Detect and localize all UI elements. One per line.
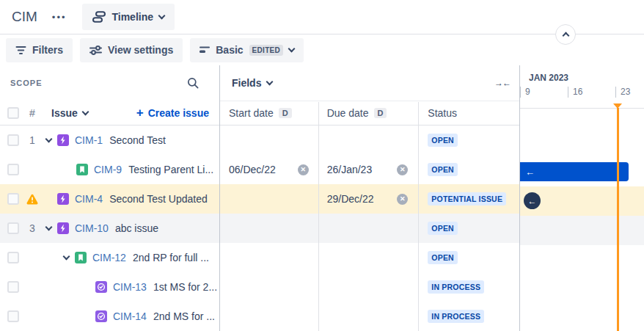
number-column-header: # xyxy=(26,107,38,119)
issue-summary[interactable]: Second Test Updated xyxy=(109,193,208,205)
date-format-badge: D xyxy=(279,108,292,118)
epic-icon xyxy=(57,222,69,234)
start-date-cell[interactable] xyxy=(220,184,318,214)
clear-date-icon[interactable] xyxy=(397,194,408,205)
collapse-fields-icon[interactable]: →← xyxy=(494,78,511,88)
warning-icon xyxy=(26,194,38,205)
start-date-cell[interactable] xyxy=(220,243,318,272)
sliders-icon xyxy=(89,46,102,55)
fields-row: IN PROCESS xyxy=(220,272,519,302)
status-badge[interactable]: OPEN xyxy=(428,134,458,147)
row-checkbox[interactable] xyxy=(7,222,19,234)
issue-key-link[interactable]: CIM-9 xyxy=(94,164,122,175)
start-date-cell[interactable] xyxy=(220,272,318,302)
timeline-view-dropdown[interactable]: Timeline xyxy=(82,4,175,30)
issue-row[interactable]: CIM-14 2nd MS for ... xyxy=(0,302,219,331)
expander-chevron-icon[interactable] xyxy=(43,222,54,234)
row-checkbox[interactable] xyxy=(7,134,19,146)
issue-column-header[interactable]: Issue xyxy=(51,107,88,119)
status-cell: OPEN xyxy=(417,243,519,272)
timeline-row xyxy=(520,216,644,245)
issue-row[interactable]: CIM-9 Testing Parent Li... xyxy=(0,155,219,184)
status-badge[interactable]: OPEN xyxy=(428,251,458,264)
scope-column-headers: # Issue + Create issue xyxy=(0,101,219,126)
issue-key-link[interactable]: CIM-1 xyxy=(75,134,103,146)
start-date-cell[interactable] xyxy=(220,126,318,155)
view-settings-button[interactable]: View settings xyxy=(80,38,183,62)
issue-row[interactable]: CIM-12 2nd RP for full ... xyxy=(0,243,219,272)
issue-summary[interactable]: 1st MS for 2... xyxy=(153,281,217,293)
filters-button[interactable]: Filters xyxy=(6,38,73,62)
start-date-cell[interactable] xyxy=(220,214,318,243)
issue-row[interactable]: CIM-4 Second Test Updated xyxy=(0,184,219,214)
issue-key-link[interactable]: CIM-13 xyxy=(113,281,147,293)
status-badge[interactable]: POTENTIAL ISSUE xyxy=(428,192,506,205)
row-checkbox[interactable] xyxy=(7,281,19,293)
issue-key-link[interactable]: CIM-10 xyxy=(75,222,109,234)
issue-summary[interactable]: Second Test xyxy=(109,134,166,146)
view-settings-label: View settings xyxy=(108,44,173,56)
due-date-cell[interactable] xyxy=(318,214,418,243)
offscreen-left-marker[interactable] xyxy=(524,192,541,209)
status-badge[interactable]: OPEN xyxy=(428,163,458,176)
start-date-value[interactable]: 06/Dec/22 xyxy=(229,164,276,175)
due-date-cell[interactable] xyxy=(318,243,418,272)
due-date-cell[interactable] xyxy=(318,272,418,302)
due-date-value[interactable]: 26/Jan/23 xyxy=(327,164,373,175)
plus-icon: + xyxy=(136,106,144,120)
clear-date-icon[interactable] xyxy=(397,164,408,175)
issue-row[interactable]: 1 CIM-1 Second Test xyxy=(0,126,219,155)
status-badge[interactable]: IN PROCESS xyxy=(428,280,484,294)
status-badge[interactable]: OPEN xyxy=(428,222,458,235)
more-menu-button[interactable]: ••• xyxy=(48,7,71,27)
issue-summary[interactable]: Testing Parent Li... xyxy=(128,164,213,175)
timeline-view-label: Timeline xyxy=(111,11,153,23)
due-date-cell[interactable]: 26/Jan/23 xyxy=(318,155,418,184)
timeline-row xyxy=(520,274,644,304)
scope-header: SCOPE xyxy=(0,65,219,101)
fields-row: OPEN xyxy=(220,243,519,272)
issue-summary[interactable]: 2nd RP for full ... xyxy=(133,252,209,263)
timeline-row xyxy=(520,186,644,216)
due-date-value[interactable]: 29/Dec/22 xyxy=(327,193,374,205)
issue-row[interactable]: 3 CIM-10 abc issue xyxy=(0,214,219,243)
issue-summary[interactable]: abc issue xyxy=(115,222,158,234)
chevron-down-icon xyxy=(158,12,166,20)
fields-dropdown[interactable]: Fields xyxy=(232,77,272,89)
issue-row[interactable]: CIM-13 1st MS for 2... xyxy=(0,272,219,302)
due-date-cell[interactable]: 29/Dec/22 xyxy=(318,184,418,214)
issue-key-link[interactable]: CIM-14 xyxy=(113,310,147,322)
start-date-cell[interactable]: 06/Dec/22 xyxy=(220,155,318,184)
issue-key-link[interactable]: CIM-4 xyxy=(75,193,103,205)
status-badge[interactable]: IN PROCESS xyxy=(428,310,484,323)
issue-key-link[interactable]: CIM-12 xyxy=(92,252,126,263)
scope-panel: SCOPE # Issue + Create issue xyxy=(0,65,220,331)
start-date-label: Start date xyxy=(229,107,274,119)
create-issue-button[interactable]: + Create issue xyxy=(136,106,209,120)
status-column-header: Status xyxy=(417,107,519,119)
plan-view-label: Basic xyxy=(216,44,243,56)
chevron-up-icon xyxy=(562,32,569,40)
row-checkbox[interactable] xyxy=(7,164,19,175)
start-date-cell[interactable] xyxy=(220,302,318,331)
expander-chevron-icon[interactable] xyxy=(43,134,54,146)
schedule-bar[interactable] xyxy=(520,162,629,181)
milestone-icon xyxy=(95,281,107,293)
row-checkbox[interactable] xyxy=(7,193,19,205)
story-icon xyxy=(76,164,88,175)
row-checkbox[interactable] xyxy=(7,310,19,322)
due-date-cell[interactable] xyxy=(318,126,418,155)
select-all-checkbox[interactable] xyxy=(7,107,19,119)
timeline-row xyxy=(520,245,644,274)
search-icon[interactable] xyxy=(187,77,199,89)
due-date-cell[interactable] xyxy=(318,302,418,331)
chevron-down-icon xyxy=(81,108,89,115)
timeline-app: CIM ••• Timeline Filters View settings xyxy=(0,0,644,331)
plan-view-dropdown[interactable]: Basic EDITED xyxy=(190,38,304,62)
clear-date-icon[interactable] xyxy=(298,164,309,175)
row-checkbox[interactable] xyxy=(7,252,19,263)
collapse-header-button[interactable] xyxy=(555,24,576,45)
expander-chevron-icon[interactable] xyxy=(60,252,72,263)
filters-label: Filters xyxy=(32,44,63,56)
issue-summary[interactable]: 2nd MS for ... xyxy=(153,310,215,322)
